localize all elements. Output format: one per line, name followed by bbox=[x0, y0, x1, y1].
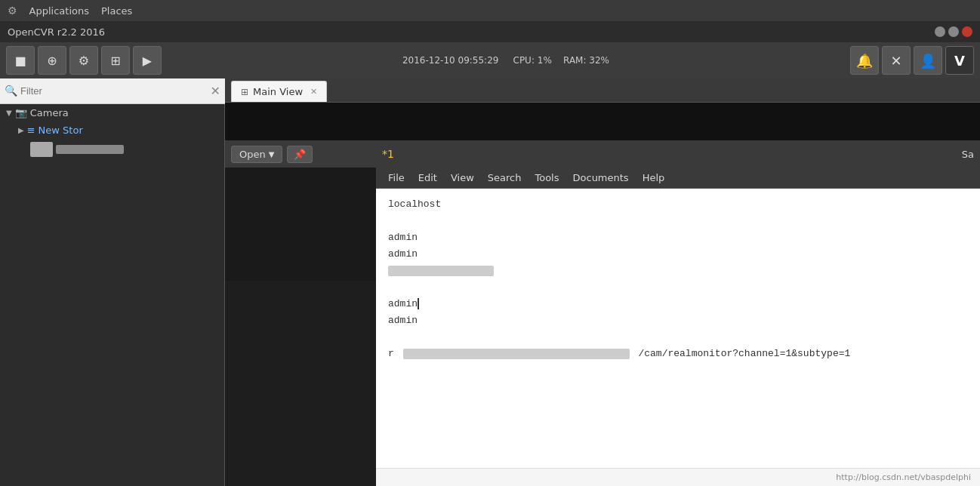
admin3-text: admin bbox=[388, 298, 419, 309]
search-button[interactable]: ⊕ bbox=[38, 46, 66, 75]
edit-menu[interactable]: Edit bbox=[412, 171, 443, 185]
toolbar-datetime: 2016-12-10 09:55:29 CPU: 1% RAM: 32% bbox=[402, 55, 609, 66]
right-pane: ⊞ Main View ✕ [H264 704 x 576] Open ▼ 📌 bbox=[225, 78, 980, 486]
save-label: Sa bbox=[962, 149, 974, 160]
text-line-admin6: admin bbox=[388, 312, 968, 329]
sidebar-item-camera[interactable]: ▼ 📷 Camera bbox=[0, 104, 224, 122]
documents-menu[interactable]: Documents bbox=[567, 171, 635, 185]
sidebar-item-blurred[interactable] bbox=[0, 139, 224, 160]
admin2-text: admin bbox=[388, 248, 418, 260]
text-line-admin4 bbox=[388, 279, 968, 296]
minimize-button[interactable] bbox=[935, 26, 945, 37]
sidebar-tree: ▼ 📷 Camera ▶ ≡ New Stor bbox=[0, 104, 225, 486]
text-line-admin2: admin bbox=[388, 229, 968, 246]
star-indicator: *1 bbox=[382, 148, 394, 160]
logo-button[interactable]: V bbox=[945, 46, 974, 75]
menu-bar: File Edit View Search Tools Documents He… bbox=[376, 168, 980, 189]
text-line-url bbox=[388, 329, 968, 346]
filter-search-icon: 🔍 bbox=[5, 85, 17, 97]
settings-button[interactable]: ⚙ bbox=[69, 46, 98, 75]
camera-icon: 📷 bbox=[15, 107, 27, 118]
tab-label: Main View bbox=[253, 86, 303, 97]
text-line-admin3: admin bbox=[388, 246, 968, 263]
mini-open-bar: Open ▼ 📌 bbox=[225, 140, 376, 168]
toolbar-right: 🔔 ✕ 👤 V bbox=[850, 46, 974, 75]
status-bar: http://blog.csdn.net/vbaspdelphi bbox=[376, 468, 980, 486]
blurred-label bbox=[56, 145, 124, 154]
places-menu[interactable]: Places bbox=[101, 5, 132, 17]
toolbar-left: ■ ⊕ ⚙ ⊞ ▶ bbox=[6, 46, 162, 75]
left-mini-panel: Open ▼ 📌 bbox=[225, 103, 376, 281]
localhost-text: localhost bbox=[388, 198, 441, 210]
close-button[interactable] bbox=[962, 26, 972, 37]
applications-menu[interactable]: Applications bbox=[29, 5, 89, 17]
gear-icon: ⚙ bbox=[8, 5, 17, 17]
toolbar: ■ ⊕ ⚙ ⊞ ▶ 2016-12-10 09:55:29 CPU: 1% RA… bbox=[0, 42, 980, 78]
expand-arrow: ▼ bbox=[6, 109, 12, 117]
blurred-text-2 bbox=[403, 349, 630, 359]
mini-pin-button[interactable]: 📌 bbox=[287, 146, 313, 163]
system-bar: ⚙ Applications Places bbox=[0, 0, 980, 21]
tab-bar: ⊞ Main View ✕ bbox=[225, 78, 980, 103]
window-controls bbox=[935, 26, 972, 37]
camera-label: Camera bbox=[30, 107, 69, 118]
mini-dropdown-arrow: ▼ bbox=[269, 150, 275, 158]
sidebar-item-newstor[interactable]: ▶ ≡ New Stor bbox=[0, 122, 224, 139]
maximize-button[interactable] bbox=[948, 26, 959, 37]
view-menu[interactable]: View bbox=[445, 171, 480, 185]
text-line-admin5: admin bbox=[388, 296, 968, 312]
mini-open-button[interactable]: Open ▼ bbox=[231, 146, 282, 163]
filter-input[interactable] bbox=[20, 85, 211, 97]
tab-grid-icon: ⊞ bbox=[241, 87, 248, 97]
user-icon[interactable]: 👤 bbox=[914, 46, 942, 75]
text-content-area: localhost admin admin admin admin r bbox=[376, 189, 980, 468]
admin4-text: admin bbox=[388, 315, 418, 326]
text-line-blurred bbox=[388, 263, 968, 279]
mini-open-label: Open bbox=[239, 149, 266, 160]
url-text: /cam/realmonitor?channel=1&subtype=1 bbox=[638, 348, 850, 359]
view-button[interactable]: ■ bbox=[6, 46, 35, 75]
close-tab-icon[interactable]: ✕ bbox=[310, 87, 317, 97]
sub-arrow: ▶ bbox=[18, 126, 24, 134]
text-line-localhost: localhost bbox=[388, 196, 968, 213]
app-title: OpenCVR r2.2 2016 bbox=[8, 26, 105, 38]
help-menu[interactable]: Help bbox=[636, 171, 671, 185]
play-button[interactable]: ▶ bbox=[133, 46, 162, 75]
r-prefix: r bbox=[388, 348, 394, 359]
grid-button[interactable]: ⊞ bbox=[101, 46, 130, 75]
filter-bar: 🔍 ✕ bbox=[0, 78, 225, 104]
search-menu[interactable]: Search bbox=[482, 171, 528, 185]
blurred-thumbnail bbox=[30, 142, 53, 157]
ram-label: RAM: 32% bbox=[563, 55, 609, 66]
file-menu[interactable]: File bbox=[382, 171, 411, 185]
title-bar: OpenCVR r2.2 2016 bbox=[0, 21, 980, 42]
datetime-label: 2016-12-10 09:55:29 bbox=[402, 55, 498, 66]
main-view-tab[interactable]: ⊞ Main View ✕ bbox=[231, 81, 327, 102]
filter-clear-icon[interactable]: ✕ bbox=[211, 84, 220, 98]
blurred-text-1 bbox=[388, 266, 494, 276]
main-layout: 🔍 ✕ ▼ 📷 Camera ▶ ≡ New Stor bbox=[0, 78, 980, 486]
list-icon: ≡ bbox=[27, 125, 35, 136]
admin1-text: admin bbox=[388, 232, 418, 243]
cpu-label: CPU: 1% bbox=[513, 55, 552, 66]
sidebar-column: 🔍 ✕ ▼ 📷 Camera ▶ ≡ New Stor bbox=[0, 78, 225, 486]
mini-dark-bottom bbox=[225, 168, 376, 281]
text-line-admin1 bbox=[388, 213, 968, 229]
open-bar: *1 Sa bbox=[376, 140, 980, 168]
fullscreen-icon[interactable]: ✕ bbox=[882, 46, 911, 75]
status-url: http://blog.csdn.net/vbaspdelphi bbox=[836, 472, 971, 482]
newstor-label: New Stor bbox=[39, 125, 83, 136]
mini-dark-top bbox=[225, 103, 376, 140]
text-line-url2: r /cam/realmonitor?channel=1&subtype=1 bbox=[388, 346, 968, 362]
alert-icon[interactable]: 🔔 bbox=[850, 46, 879, 75]
tools-menu[interactable]: Tools bbox=[529, 171, 565, 185]
